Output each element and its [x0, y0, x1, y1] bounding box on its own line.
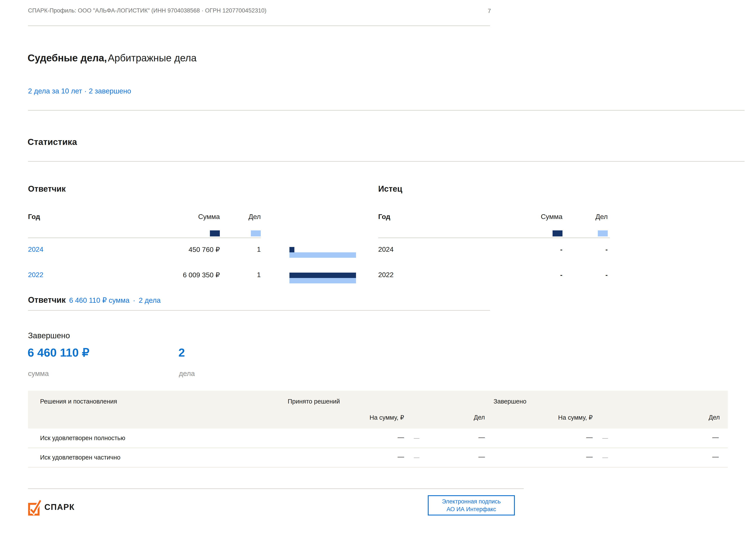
plaintiff-cases-empty: -	[562, 245, 608, 253]
decisions-row-separator	[28, 467, 728, 468]
plaintiff-year: 2022	[378, 271, 393, 279]
defendant-heading: Ответчик	[28, 184, 66, 193]
statistics-heading: Статистика	[28, 137, 77, 147]
cases-legend-swatch	[251, 230, 261, 237]
finished-heading: Завершено	[28, 331, 70, 340]
plaintiff-heading: Истец	[378, 184, 402, 193]
plaintiff-year: 2024	[378, 245, 393, 253]
bar-row-2024	[289, 252, 356, 258]
cases-bar-2024	[289, 252, 356, 258]
total-separator: ·	[133, 296, 135, 304]
spark-logo-icon	[28, 499, 43, 516]
decision-row-label: Иск удовлетворен частично	[40, 454, 121, 461]
sum-bar-2022	[289, 273, 356, 278]
decisions-sub-sum: На сумму, ₽	[541, 414, 593, 421]
decisions-group-accepted: Принято решений	[288, 398, 340, 405]
decision-value-dash: —	[697, 453, 719, 460]
cases-summary-links: 2 дела за 10 лет·2 завершено	[28, 87, 131, 95]
statistics-divider	[28, 161, 744, 162]
defendant-cases-value: 1	[237, 271, 261, 279]
defendant-cases-value: 1	[237, 245, 261, 253]
decisions-sub-cases: Дел	[463, 414, 485, 421]
defendant-col-sum: Сумма	[168, 213, 220, 221]
bar-row-2024	[289, 247, 356, 252]
sum-bar-2024	[289, 247, 294, 252]
defendant-year-link[interactable]: 2024	[28, 245, 43, 253]
decisions-sub-sum: На сумму, ₽	[352, 414, 404, 421]
totals-divider	[28, 310, 490, 311]
decision-value-dash: —	[558, 453, 593, 460]
defendant-table-divider	[28, 238, 261, 238]
defendant-total-line: Ответчик 6 460 110 ₽ сумма · 2 дела	[28, 295, 161, 305]
checkbox-check-icon	[28, 499, 43, 516]
plaintiff-sum-empty: -	[511, 271, 562, 279]
plaintiff-table-divider	[378, 238, 610, 238]
decision-value-dash: —	[463, 453, 485, 460]
section-title-sub: Арбитражные дела	[108, 52, 197, 64]
defendant-col-year: Год	[28, 213, 40, 221]
decision-note-dash: —	[602, 435, 608, 442]
defendant-total-label: Ответчик	[28, 295, 66, 305]
defendant-sum-value: 450 760 ₽	[151, 245, 220, 254]
document-header-title: СПАРК-Профиль: ООО "АЛЬФА-ЛОГИСТИК" (ИНН…	[28, 7, 266, 14]
plaintiff-col-cases: Дел	[562, 213, 608, 221]
defendant-year-link[interactable]: 2022	[28, 271, 43, 279]
section-title-main: Судебные дела,	[28, 52, 107, 64]
decision-value-dash: —	[369, 453, 404, 460]
bar-row-2022	[289, 273, 356, 278]
plaintiff-sum-empty: -	[511, 245, 562, 253]
decision-row-label: Иск удовлетворен полностью	[40, 435, 125, 442]
plaintiff-col-year: Год	[378, 213, 390, 221]
links-separator: ·	[84, 87, 87, 95]
header-divider	[28, 25, 490, 26]
defendant-sum-value: 6 009 350 ₽	[151, 271, 220, 279]
sum-legend-swatch	[210, 230, 220, 237]
spark-logo-text: СПАРК	[44, 502, 75, 512]
defendant-total-sum-link[interactable]: 6 460 110 ₽ сумма	[69, 296, 129, 304]
decisions-row-separator	[28, 447, 728, 448]
intro-divider	[28, 110, 744, 111]
page-number: 7	[478, 8, 491, 14]
decisions-group-finished: Завершено	[494, 398, 526, 405]
section-title: Судебные дела, Арбитражные дела	[28, 52, 197, 64]
decisions-sub-cases: Дел	[698, 414, 720, 421]
cases-bar-2022	[289, 278, 356, 283]
decision-note-dash: —	[414, 435, 419, 442]
finished-sum-value: 6 460 110 ₽	[28, 346, 90, 359]
defendant-col-cases: Дел	[216, 213, 261, 221]
stamp-line-1: Электронная подпись	[442, 497, 501, 505]
cases-legend-swatch	[598, 230, 608, 237]
decision-value-dash: —	[369, 434, 404, 441]
decisions-table-header-bg	[28, 391, 728, 428]
plaintiff-cases-empty: -	[562, 271, 608, 279]
electronic-signature-stamp[interactable]: Электронная подпись АО ИА Интерфакс	[428, 495, 515, 516]
report-page: СПАРК-Профиль: ООО "АЛЬФА-ЛОГИСТИК" (ИНН…	[0, 0, 756, 534]
finished-cases-label: дела	[179, 369, 195, 378]
decision-note-dash: —	[602, 454, 608, 461]
plaintiff-col-sum: Сумма	[511, 213, 562, 221]
defendant-total-cases-link[interactable]: 2 дела	[139, 296, 161, 304]
stamp-line-2: АО ИА Интерфакс	[446, 505, 496, 513]
decision-value-dash: —	[463, 434, 485, 441]
decision-note-dash: —	[414, 454, 419, 461]
sum-legend-swatch	[553, 230, 562, 237]
cases-count-link[interactable]: 2 дела за 10 лет	[28, 87, 82, 95]
decision-value-dash: —	[558, 434, 593, 441]
decision-value-dash: —	[697, 434, 719, 441]
finished-sum-label: сумма	[28, 369, 49, 378]
footer-divider	[28, 488, 524, 489]
finished-cases-value: 2	[178, 346, 185, 359]
bar-row-2022	[289, 278, 356, 283]
finished-count-link[interactable]: 2 завершено	[89, 87, 131, 95]
decisions-col-main: Решения и постановления	[40, 398, 117, 405]
